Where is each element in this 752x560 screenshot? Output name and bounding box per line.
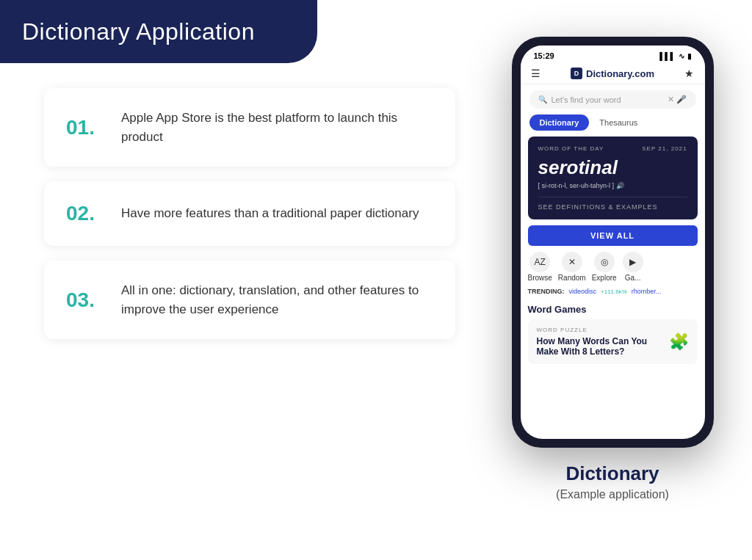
browse-az-icon: AZ [529, 252, 550, 272]
caption-title: Dictionary [556, 462, 669, 485]
feature-card-2: 02. Have more features than a traditiona… [44, 181, 455, 246]
status-icons: ▌▌▌ ∿ ▮ [659, 52, 691, 60]
browse-random[interactable]: ✕ Random [558, 252, 586, 282]
puzzle-icon: 🧩 [669, 332, 689, 352]
search-placeholder: Let's find your word [552, 95, 621, 104]
wotd-label: WORD OF THE DAY [538, 145, 604, 152]
browse-more-label: Ga... [625, 274, 641, 282]
clear-icon: ✕ 🎤 [668, 95, 687, 104]
feature-text-1: Apple App Store is the best platform to … [121, 109, 433, 146]
view-all-button[interactable]: VIEW ALL [528, 225, 698, 246]
browse-az[interactable]: AZ Browse [528, 252, 552, 282]
trending-label: TRENDING: [528, 288, 565, 295]
browse-more[interactable]: ▶ Ga... [623, 252, 643, 282]
game-card-content: WORD PUZZLE How Many Words Can You Make … [537, 327, 669, 357]
tab-thesaurus[interactable]: Thesaurus [589, 114, 648, 131]
wotd-label-row: WORD OF THE DAY SEP 21, 2021 [538, 145, 687, 152]
feature-card-3: 03. All in one: dictionary, translation,… [44, 261, 455, 339]
tabs-row: Dictionary Thesaurus [521, 114, 705, 137]
word-games-section: Word Games WORD PUZZLE How Many Words Ca… [521, 299, 705, 367]
wifi-icon: ∿ [679, 52, 684, 60]
word-games-title: Word Games [528, 304, 698, 315]
browse-explore-icon: ◎ [594, 252, 615, 272]
dict-logo: D [571, 68, 582, 79]
status-bar: 15:29 ▌▌▌ ∿ ▮ [521, 46, 705, 63]
browse-explore[interactable]: ◎ Explore [592, 252, 617, 282]
app-header: ☰ D Dictionary.com ★ [521, 63, 705, 84]
wotd-word: serotinal [538, 156, 687, 179]
favorite-icon[interactable]: ★ [684, 68, 694, 79]
right-panel: 15:29 ▌▌▌ ∿ ▮ ☰ D Dictionary.com ★ [488, 37, 737, 501]
feature-number-3: 03. [66, 288, 106, 312]
left-panel: 01. Apple App Store is the best platform… [44, 88, 455, 354]
app-name: Dictionary.com [586, 68, 654, 79]
phone-caption: Dictionary (Example application) [556, 462, 669, 501]
trending-row: TRENDING: videodisc +111.6k% rhomber... [521, 288, 705, 299]
wotd-card: WORD OF THE DAY SEP 21, 2021 serotinal [… [528, 137, 698, 219]
feature-card-1: 01. Apple App Store is the best platform… [44, 88, 455, 167]
game-card[interactable]: WORD PUZZLE How Many Words Can You Make … [528, 319, 698, 364]
app-header-title-container: D Dictionary.com [571, 68, 654, 79]
browse-random-icon: ✕ [562, 252, 582, 272]
status-time: 15:29 [534, 51, 554, 60]
search-bar[interactable]: 🔍 Let's find your word ✕ 🎤 [529, 90, 696, 109]
search-container: 🔍 Let's find your word ✕ 🎤 [521, 84, 705, 114]
browse-more-icon: ▶ [623, 252, 643, 272]
feature-text-2: Have more features than a traditional pa… [121, 204, 419, 223]
browse-az-label: Browse [528, 274, 552, 282]
trending-word-2[interactable]: rhomber... [632, 288, 662, 295]
page-title: Dictionary Application [22, 18, 255, 46]
wotd-pronunciation: [ si-rot-n-l, ser-uh-tahyn-l ] 🔊 [538, 182, 687, 189]
feature-number-1: 01. [66, 116, 106, 139]
trending-word-1[interactable]: videodisc [569, 288, 597, 295]
audio-icon[interactable]: 🔊 [616, 182, 624, 189]
menu-icon[interactable]: ☰ [531, 68, 540, 79]
header-banner: Dictionary Application [0, 0, 317, 63]
phone-screen: 15:29 ▌▌▌ ∿ ▮ ☰ D Dictionary.com ★ [521, 46, 705, 439]
caption-sub: (Example application) [556, 488, 669, 501]
pronunciation-text: [ si-rot-n-l, ser-uh-tahyn-l ] [538, 182, 615, 189]
feature-number-2: 02. [66, 202, 106, 225]
signal-icon: ▌▌▌ [659, 52, 675, 60]
tab-dictionary[interactable]: Dictionary [529, 114, 590, 131]
game-card-title: How Many Words Can You Make With 8 Lette… [537, 336, 669, 357]
wotd-date: SEP 21, 2021 [642, 145, 687, 152]
trending-count-1: +111.6k% [601, 288, 627, 295]
wotd-see-defs[interactable]: SEE DEFINITIONS & EXAMPLES [538, 197, 687, 211]
feature-text-3: All in one: dictionary, translation, and… [121, 281, 433, 319]
game-card-label: WORD PUZZLE [537, 327, 669, 333]
search-icon: 🔍 [538, 95, 547, 103]
browse-explore-label: Explore [592, 274, 617, 282]
browse-row: AZ Browse ✕ Random ◎ Explore ▶ Ga... [521, 252, 705, 288]
phone-mockup: 15:29 ▌▌▌ ∿ ▮ ☰ D Dictionary.com ★ [512, 37, 714, 448]
battery-icon: ▮ [687, 52, 692, 60]
browse-random-label: Random [558, 274, 586, 282]
